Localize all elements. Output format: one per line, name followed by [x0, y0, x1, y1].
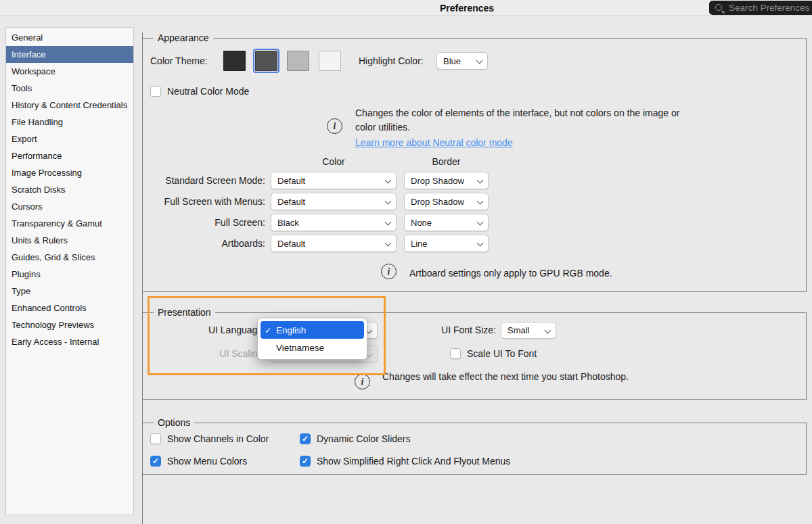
show-channels-in-color-checkbox[interactable] [150, 433, 161, 444]
full-screen-with-menus-label: Full Screen with Menus: [122, 196, 265, 207]
sidebar-item-interface[interactable]: Interface [6, 46, 133, 63]
scale-ui-to-font-label: Scale UI To Font [467, 348, 537, 359]
sidebar-item-plugins[interactable]: Plugins [6, 266, 133, 283]
sidebar-item-performance[interactable]: Performance [6, 147, 133, 164]
full-screen-color-value: Black [277, 218, 299, 228]
sidebar-item-technology-previews[interactable]: Technology Previews [6, 316, 133, 333]
search-input[interactable] [727, 2, 812, 14]
standard-screen-mode-border-value: Drop Shadow [411, 176, 464, 186]
sidebar-item-units-rulers[interactable]: Units & Rulers [6, 232, 133, 249]
menu-item-english[interactable]: English [261, 321, 364, 339]
options-legend: Options [154, 417, 194, 428]
standard-screen-mode-label: Standard Screen Mode: [122, 175, 265, 186]
ui-language-label: UI Language: [122, 325, 265, 335]
sidebar-item-type[interactable]: Type [6, 283, 133, 300]
sidebar-item-image-processing[interactable]: Image Processing [6, 164, 133, 181]
sidebar-item-scratch-disks[interactable]: Scratch Disks [6, 181, 133, 198]
dynamic-color-sliders-checkbox[interactable] [300, 433, 311, 444]
search-icon [715, 3, 724, 13]
preferences-sidebar: General Interface Workspace Tools Histor… [5, 27, 134, 515]
standard-screen-mode-color-value: Default [277, 176, 305, 186]
neutral-mode-learn-more-link[interactable]: Learn more about Neutral color mode [355, 137, 513, 148]
info-icon [381, 264, 397, 279]
sidebar-item-workspace[interactable]: Workspace [6, 63, 133, 80]
sidebar-item-guides-grid-slices[interactable]: Guides, Grid & Slices [6, 249, 133, 266]
sidebar-item-file-handling[interactable]: File Handling [6, 114, 133, 130]
info-icon [355, 374, 370, 389]
show-menu-colors-checkbox[interactable] [150, 456, 161, 467]
presentation-legend: Presentation [154, 307, 215, 318]
ui-font-size-value: Small [508, 325, 530, 335]
artboards-border-select[interactable]: Line [404, 235, 489, 252]
full-screen-border-select[interactable]: None [404, 214, 489, 231]
ui-language-menu: English Vietnamese [257, 318, 367, 360]
sidebar-item-export[interactable]: Export [6, 130, 133, 147]
restart-info-text: Changes will take effect the next time y… [382, 370, 629, 384]
full-screen-with-menus-color-select[interactable]: Default [271, 193, 397, 210]
artboards-border-value: Line [411, 239, 428, 249]
standard-screen-mode-color-select[interactable]: Default [271, 172, 397, 189]
full-screen-border-value: None [411, 218, 432, 228]
sidebar-item-cursors[interactable]: Cursors [6, 198, 133, 215]
neutral-mode-info-text: Changes the color of elements of the int… [355, 106, 690, 135]
color-theme-swatch-light[interactable] [287, 51, 309, 71]
show-simplified-right-click-label: Show Simplified Right Click And Flyout M… [317, 456, 510, 467]
sidebar-item-history-content-credentials[interactable]: History & Content Credentials [6, 97, 133, 114]
checkmark-icon [265, 325, 276, 335]
menu-item-label: English [276, 325, 306, 335]
full-screen-with-menus-color-value: Default [277, 197, 305, 207]
artboards-label: Artboards: [122, 238, 265, 249]
show-channels-in-color-label: Show Channels in Color [167, 433, 269, 444]
full-screen-with-menus-border-value: Drop Shadow [411, 197, 464, 207]
color-theme-swatch-darkest[interactable] [223, 51, 246, 71]
dynamic-color-sliders-label: Dynamic Color Sliders [317, 433, 410, 444]
artboards-color-value: Default [277, 239, 305, 249]
window-title: Preferences [440, 3, 494, 14]
neutral-color-mode-checkbox[interactable] [150, 86, 161, 97]
sidebar-item-enhanced-controls[interactable]: Enhanced Controls [6, 300, 133, 316]
sidebar-item-tools[interactable]: Tools [6, 80, 133, 97]
neutral-color-mode-label: Neutral Color Mode [167, 86, 249, 97]
highlight-color-value: Blue [443, 56, 461, 66]
info-icon [327, 118, 342, 134]
scale-ui-to-font-checkbox[interactable] [450, 348, 461, 359]
show-simplified-right-click-checkbox[interactable] [300, 456, 311, 467]
highlight-color-select[interactable]: Blue [436, 52, 488, 70]
full-screen-label: Full Screen: [122, 217, 265, 228]
appearance-legend: Appearance [154, 32, 213, 43]
titlebar: Preferences [0, 0, 812, 16]
menu-item-label: Vietnamese [276, 343, 324, 353]
full-screen-color-select[interactable]: Black [271, 214, 397, 231]
color-column-header: Color [271, 156, 397, 167]
highlight-color-label: Highlight Color: [359, 55, 424, 66]
artboard-info-text: Artboard settings only apply to GPU RGB … [409, 266, 612, 281]
sidebar-item-transparency-gamut[interactable]: Transparency & Gamut [6, 215, 133, 232]
preferences-window: Preferences General Interface Workspace … [0, 0, 812, 524]
ui-font-size-select[interactable]: Small [501, 322, 556, 339]
search-box[interactable] [709, 1, 812, 15]
border-column-header: Border [404, 156, 489, 167]
ui-font-size-label: UI Font Size: [394, 325, 496, 335]
sidebar-item-general[interactable]: General [6, 29, 133, 46]
standard-screen-mode-border-select[interactable]: Drop Shadow [404, 172, 489, 189]
show-menu-colors-label: Show Menu Colors [167, 456, 247, 467]
color-theme-swatch-dark-selected[interactable] [255, 51, 277, 71]
menu-item-vietnamese[interactable]: Vietnamese [261, 339, 364, 356]
sidebar-item-early-access-internal[interactable]: Early Access - Internal [6, 333, 133, 350]
color-theme-label: Color Theme: [150, 55, 208, 66]
ui-scaling-label: UI Scaling: [122, 348, 265, 359]
artboards-color-select[interactable]: Default [271, 235, 397, 252]
color-theme-swatch-lightest[interactable] [319, 51, 341, 71]
full-screen-with-menus-border-select[interactable]: Drop Shadow [404, 193, 489, 210]
